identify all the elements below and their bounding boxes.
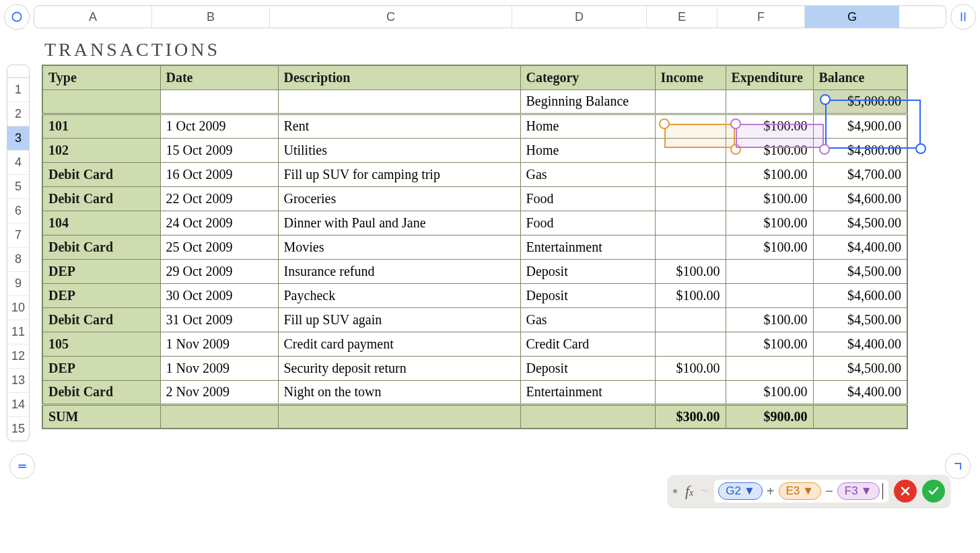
col-header-E[interactable]: E: [647, 6, 718, 28]
cell-type[interactable]: 102: [42, 138, 160, 162]
cell-desc[interactable]: Security deposit return: [278, 356, 520, 380]
cell-exp[interactable]: $100.00: [726, 186, 813, 211]
row-header-7[interactable]: 7: [7, 223, 30, 248]
formula-token-E3[interactable]: E3▼: [779, 482, 822, 500]
cell-bal[interactable]: $4,500.00: [813, 211, 907, 235]
row-header-5[interactable]: 5: [7, 175, 30, 199]
table-row[interactable]: Debit Card22 Oct 2009GroceriesFood$100.0…: [42, 186, 907, 211]
selection-handle[interactable]: [820, 94, 831, 105]
cell-income[interactable]: [655, 380, 726, 404]
corner-menu-button[interactable]: [4, 4, 30, 30]
cell-date[interactable]: 16 Oct 2009: [160, 162, 278, 186]
cell-bal[interactable]: $4,600.00: [813, 283, 907, 307]
cell[interactable]: [278, 89, 520, 114]
cell[interactable]: [520, 404, 655, 429]
cell-bal[interactable]: $4,500.00: [813, 307, 907, 332]
cell-income[interactable]: [655, 211, 726, 235]
col-header-A[interactable]: A: [34, 6, 152, 28]
table-row[interactable]: 1051 Nov 2009Credit card paymentCredit C…: [42, 332, 907, 356]
cell-exp[interactable]: $100.00: [726, 235, 813, 259]
cell-bal[interactable]: $4,500.00: [813, 356, 907, 380]
col-header-C[interactable]: C: [270, 6, 512, 28]
cell-exp[interactable]: $100.00: [726, 162, 813, 186]
cell-desc[interactable]: Night on the town: [278, 380, 520, 404]
cell-date[interactable]: 30 Oct 2009: [160, 283, 278, 307]
col-header-F[interactable]: F: [718, 6, 805, 28]
cell[interactable]: Beginning Balance: [520, 89, 655, 114]
row-header-2[interactable]: 2: [7, 102, 30, 126]
row-header-15[interactable]: 15: [7, 417, 30, 441]
row-header-6[interactable]: 6: [7, 199, 30, 223]
cell-exp[interactable]: $100.00: [726, 332, 813, 356]
cell-cat[interactable]: Gas: [520, 307, 655, 332]
cell-date[interactable]: 2 Nov 2009: [160, 380, 278, 404]
col-header-B[interactable]: B: [152, 6, 270, 28]
table-row[interactable]: DEP1 Nov 2009Security deposit returnDepo…: [42, 356, 907, 380]
cell-type[interactable]: 104: [42, 211, 160, 235]
cell-cat[interactable]: Home: [520, 138, 655, 162]
cell-date[interactable]: 24 Oct 2009: [160, 211, 278, 235]
table-row[interactable]: DEP29 Oct 2009Insurance refundDeposit$10…: [42, 259, 907, 283]
cell-cat[interactable]: Entertainment: [520, 235, 655, 259]
cell-bal[interactable]: $4,400.00: [813, 332, 907, 356]
table-row[interactable]: 1011 Oct 2009RentHome$100.00$4,900.00: [42, 114, 907, 138]
cell-desc[interactable]: Movies: [278, 235, 520, 259]
cell-cat[interactable]: Deposit: [520, 356, 655, 380]
ref-handle[interactable]: [659, 118, 670, 129]
cell-income[interactable]: $100.00: [655, 356, 726, 380]
cell[interactable]: [42, 89, 160, 114]
cell[interactable]: [160, 89, 278, 114]
cell-bal[interactable]: $4,400.00: [813, 235, 907, 259]
cell-desc[interactable]: Fill up SUV for camping trip: [278, 162, 520, 186]
cell-date[interactable]: 29 Oct 2009: [160, 259, 278, 283]
th-type[interactable]: Type: [42, 65, 160, 89]
formula-token-G2[interactable]: G2▼: [718, 482, 763, 500]
cell-desc[interactable]: Utilities: [278, 138, 520, 162]
ref-handle[interactable]: [730, 118, 741, 129]
cell-desc[interactable]: Credit card payment: [278, 332, 520, 356]
formula-input[interactable]: G2▼ + E3▼ − F3▼: [714, 480, 888, 503]
cell-income[interactable]: $100.00: [655, 259, 726, 283]
cell[interactable]: [726, 89, 813, 114]
ref-handle[interactable]: [730, 144, 741, 155]
cell-date[interactable]: 1 Nov 2009: [160, 356, 278, 380]
cell-cat[interactable]: Entertainment: [520, 380, 655, 404]
fx-icon[interactable]: fx: [682, 482, 696, 500]
cell-exp[interactable]: [726, 283, 813, 307]
transactions-table[interactable]: Type Date Description Category Income Ex…: [42, 65, 908, 429]
table-row[interactable]: 10215 Oct 2009UtilitiesHome$100.00$4,800…: [42, 138, 907, 162]
cell-desc[interactable]: Insurance refund: [278, 259, 520, 283]
cell-exp[interactable]: [726, 259, 813, 283]
row-header-9[interactable]: 9: [7, 272, 30, 296]
cell-date[interactable]: 25 Oct 2009: [160, 235, 278, 259]
cell-desc[interactable]: Groceries: [278, 186, 520, 211]
cell-sum-income[interactable]: $300.00: [655, 404, 726, 429]
cell-income[interactable]: [655, 186, 726, 211]
table-row[interactable]: DEP30 Oct 2009PaycheckDeposit$100.00$4,6…: [42, 283, 907, 307]
selection-handle[interactable]: [915, 143, 926, 154]
cell-cat[interactable]: Deposit: [520, 283, 655, 307]
cell-date[interactable]: 1 Nov 2009: [160, 332, 278, 356]
cell-exp[interactable]: $100.00: [726, 307, 813, 332]
cell-type[interactable]: Debit Card: [42, 380, 160, 404]
row-header-12[interactable]: 12: [7, 344, 30, 369]
cell-cat[interactable]: Deposit: [520, 259, 655, 283]
cell-type[interactable]: Debit Card: [42, 162, 160, 186]
cell-type[interactable]: Debit Card: [42, 186, 160, 211]
cell-income[interactable]: [655, 332, 726, 356]
cell-type[interactable]: DEP: [42, 283, 160, 307]
table-row[interactable]: Debit Card31 Oct 2009Fill up SUV againGa…: [42, 307, 907, 332]
pause-button[interactable]: [950, 4, 976, 30]
th-category[interactable]: Category: [520, 65, 655, 89]
row-header-13[interactable]: 13: [7, 369, 30, 393]
cell[interactable]: [655, 89, 726, 114]
ref-handle[interactable]: [819, 144, 830, 155]
cell[interactable]: [278, 404, 520, 429]
cell-cat[interactable]: Credit Card: [520, 332, 655, 356]
col-header-D[interactable]: D: [512, 6, 647, 28]
cell-bal[interactable]: $4,400.00: [813, 380, 907, 404]
cell-exp[interactable]: $100.00: [726, 380, 813, 404]
cell[interactable]: [813, 404, 907, 429]
row-header-8[interactable]: 8: [7, 248, 30, 272]
cell-income[interactable]: [655, 307, 726, 332]
